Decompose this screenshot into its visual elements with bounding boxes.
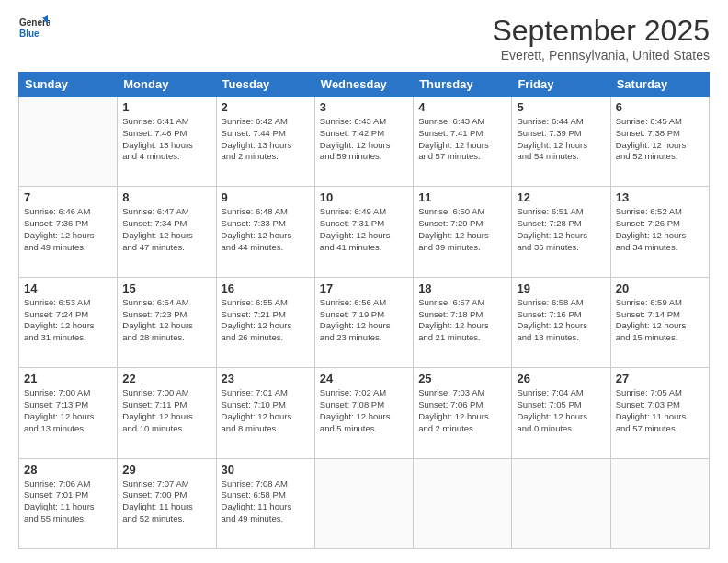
calendar-header-row: Sunday Monday Tuesday Wednesday Thursday…: [19, 73, 710, 97]
day-number: 17: [320, 282, 408, 295]
table-row: 27Sunrise: 7:05 AM Sunset: 7:03 PM Dayli…: [610, 368, 709, 458]
day-number: 21: [24, 372, 112, 385]
header-friday: Friday: [512, 73, 610, 97]
day-number: 18: [418, 282, 506, 295]
day-number: 5: [517, 100, 605, 114]
calendar-week-row: 7Sunrise: 6:46 AM Sunset: 7:36 PM Daylig…: [19, 187, 710, 277]
day-info: Sunrise: 6:41 AM Sunset: 7:46 PM Dayligh…: [122, 116, 210, 163]
logo: General Blue: [18, 14, 50, 45]
logo-icon: General Blue: [18, 14, 50, 45]
day-info: Sunrise: 7:08 AM Sunset: 6:58 PM Dayligh…: [222, 478, 310, 525]
day-info: Sunrise: 6:59 AM Sunset: 7:14 PM Dayligh…: [616, 297, 704, 344]
day-number: 29: [122, 463, 210, 477]
day-info: Sunrise: 6:45 AM Sunset: 7:38 PM Dayligh…: [616, 116, 704, 163]
table-row: 13Sunrise: 6:52 AM Sunset: 7:26 PM Dayli…: [610, 187, 709, 277]
day-info: Sunrise: 6:50 AM Sunset: 7:29 PM Dayligh…: [418, 206, 506, 253]
day-info: Sunrise: 7:04 AM Sunset: 7:05 PM Dayligh…: [517, 387, 605, 434]
table-row: 11Sunrise: 6:50 AM Sunset: 7:29 PM Dayli…: [414, 187, 512, 277]
day-number: 24: [320, 372, 408, 385]
title-section: September 2025 Everett, Pennsylvania, Un…: [492, 14, 710, 63]
day-number: 26: [517, 372, 605, 385]
header-monday: Monday: [118, 73, 216, 97]
day-info: Sunrise: 6:46 AM Sunset: 7:36 PM Dayligh…: [24, 206, 112, 253]
day-number: 7: [24, 190, 112, 204]
table-row: [19, 97, 118, 187]
header-saturday: Saturday: [610, 73, 709, 97]
day-info: Sunrise: 6:53 AM Sunset: 7:24 PM Dayligh…: [24, 297, 112, 344]
day-info: Sunrise: 7:06 AM Sunset: 7:01 PM Dayligh…: [24, 478, 112, 525]
table-row: 14Sunrise: 6:53 AM Sunset: 7:24 PM Dayli…: [19, 277, 118, 367]
table-row: 8Sunrise: 6:47 AM Sunset: 7:34 PM Daylig…: [118, 187, 216, 277]
calendar-week-row: 21Sunrise: 7:00 AM Sunset: 7:13 PM Dayli…: [19, 368, 710, 458]
day-info: Sunrise: 6:44 AM Sunset: 7:39 PM Dayligh…: [517, 116, 605, 163]
table-row: 18Sunrise: 6:57 AM Sunset: 7:18 PM Dayli…: [414, 277, 512, 367]
table-row: [512, 458, 610, 548]
table-row: 1Sunrise: 6:41 AM Sunset: 7:46 PM Daylig…: [118, 97, 216, 187]
table-row: 6Sunrise: 6:45 AM Sunset: 7:38 PM Daylig…: [610, 97, 709, 187]
table-row: 22Sunrise: 7:00 AM Sunset: 7:11 PM Dayli…: [118, 368, 216, 458]
day-number: 28: [24, 463, 112, 477]
day-number: 8: [122, 190, 210, 204]
table-row: 28Sunrise: 7:06 AM Sunset: 7:01 PM Dayli…: [19, 458, 118, 548]
day-number: 14: [24, 282, 112, 295]
day-number: 27: [616, 372, 704, 385]
table-row: 24Sunrise: 7:02 AM Sunset: 7:08 PM Dayli…: [314, 368, 413, 458]
page-header: General Blue September 2025 Everett, Pen…: [18, 14, 710, 63]
day-info: Sunrise: 6:49 AM Sunset: 7:31 PM Dayligh…: [320, 206, 408, 253]
day-info: Sunrise: 6:42 AM Sunset: 7:44 PM Dayligh…: [222, 116, 310, 163]
day-number: 22: [122, 372, 210, 385]
table-row: 7Sunrise: 6:46 AM Sunset: 7:36 PM Daylig…: [19, 187, 118, 277]
day-info: Sunrise: 7:07 AM Sunset: 7:00 PM Dayligh…: [122, 478, 210, 525]
day-info: Sunrise: 6:55 AM Sunset: 7:21 PM Dayligh…: [222, 297, 310, 344]
calendar-week-row: 14Sunrise: 6:53 AM Sunset: 7:24 PM Dayli…: [19, 277, 710, 367]
day-info: Sunrise: 7:01 AM Sunset: 7:10 PM Dayligh…: [222, 387, 310, 434]
table-row: 21Sunrise: 7:00 AM Sunset: 7:13 PM Dayli…: [19, 368, 118, 458]
day-number: 6: [616, 100, 704, 114]
day-number: 9: [222, 190, 310, 204]
day-info: Sunrise: 6:58 AM Sunset: 7:16 PM Dayligh…: [517, 297, 605, 344]
table-row: 23Sunrise: 7:01 AM Sunset: 7:10 PM Dayli…: [216, 368, 314, 458]
table-row: 4Sunrise: 6:43 AM Sunset: 7:41 PM Daylig…: [414, 97, 512, 187]
table-row: 10Sunrise: 6:49 AM Sunset: 7:31 PM Dayli…: [314, 187, 413, 277]
table-row: 19Sunrise: 6:58 AM Sunset: 7:16 PM Dayli…: [512, 277, 610, 367]
day-number: 13: [616, 190, 704, 204]
table-row: 26Sunrise: 7:04 AM Sunset: 7:05 PM Dayli…: [512, 368, 610, 458]
table-row: 16Sunrise: 6:55 AM Sunset: 7:21 PM Dayli…: [216, 277, 314, 367]
day-info: Sunrise: 7:05 AM Sunset: 7:03 PM Dayligh…: [616, 387, 704, 434]
table-row: 30Sunrise: 7:08 AM Sunset: 6:58 PM Dayli…: [216, 458, 314, 548]
calendar-week-row: 1Sunrise: 6:41 AM Sunset: 7:46 PM Daylig…: [19, 97, 710, 187]
day-number: 12: [517, 190, 605, 204]
calendar-table: Sunday Monday Tuesday Wednesday Thursday…: [18, 72, 710, 549]
table-row: 29Sunrise: 7:07 AM Sunset: 7:00 PM Dayli…: [118, 458, 216, 548]
header-wednesday: Wednesday: [314, 73, 413, 97]
day-number: 20: [616, 282, 704, 295]
day-info: Sunrise: 6:54 AM Sunset: 7:23 PM Dayligh…: [122, 297, 210, 344]
table-row: [414, 458, 512, 548]
day-number: 4: [418, 100, 506, 114]
page-title: September 2025: [492, 14, 710, 48]
day-number: 15: [122, 282, 210, 295]
day-info: Sunrise: 6:52 AM Sunset: 7:26 PM Dayligh…: [616, 206, 704, 253]
day-info: Sunrise: 6:43 AM Sunset: 7:42 PM Dayligh…: [320, 116, 408, 163]
svg-text:Blue: Blue: [19, 29, 40, 39]
day-number: 23: [222, 372, 310, 385]
day-info: Sunrise: 7:02 AM Sunset: 7:08 PM Dayligh…: [320, 387, 408, 434]
day-number: 19: [517, 282, 605, 295]
page-subtitle: Everett, Pennsylvania, United States: [492, 48, 710, 63]
day-number: 30: [222, 463, 310, 477]
table-row: [610, 458, 709, 548]
day-number: 3: [320, 100, 408, 114]
day-info: Sunrise: 7:00 AM Sunset: 7:13 PM Dayligh…: [24, 387, 112, 434]
day-info: Sunrise: 6:47 AM Sunset: 7:34 PM Dayligh…: [122, 206, 210, 253]
day-info: Sunrise: 6:51 AM Sunset: 7:28 PM Dayligh…: [517, 206, 605, 253]
table-row: 2Sunrise: 6:42 AM Sunset: 7:44 PM Daylig…: [216, 97, 314, 187]
day-info: Sunrise: 6:48 AM Sunset: 7:33 PM Dayligh…: [222, 206, 310, 253]
day-number: 2: [222, 100, 310, 114]
header-sunday: Sunday: [19, 73, 118, 97]
day-info: Sunrise: 7:00 AM Sunset: 7:11 PM Dayligh…: [122, 387, 210, 434]
calendar-week-row: 28Sunrise: 7:06 AM Sunset: 7:01 PM Dayli…: [19, 458, 710, 548]
table-row: 17Sunrise: 6:56 AM Sunset: 7:19 PM Dayli…: [314, 277, 413, 367]
header-tuesday: Tuesday: [216, 73, 314, 97]
table-row: 25Sunrise: 7:03 AM Sunset: 7:06 PM Dayli…: [414, 368, 512, 458]
table-row: 5Sunrise: 6:44 AM Sunset: 7:39 PM Daylig…: [512, 97, 610, 187]
